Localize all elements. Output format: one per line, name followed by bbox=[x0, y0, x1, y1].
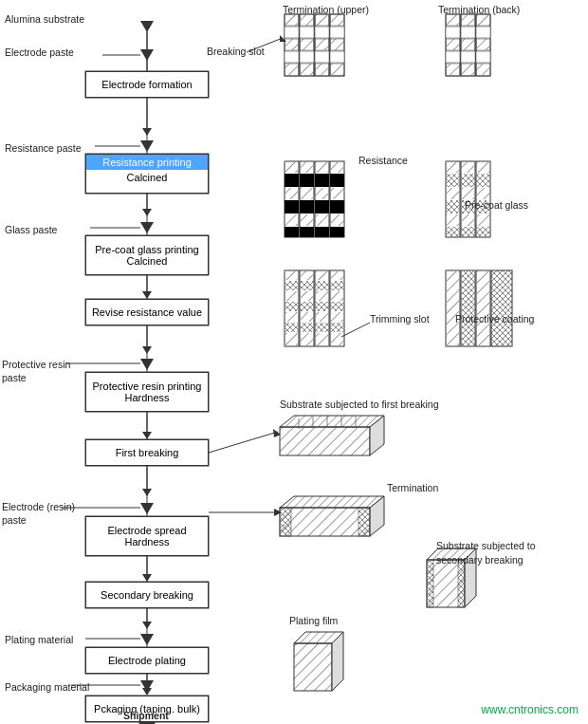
svg-rect-160 bbox=[300, 323, 314, 332]
svg-rect-198 bbox=[280, 508, 291, 536]
svg-marker-43 bbox=[142, 622, 152, 629]
svg-rect-144 bbox=[476, 214, 490, 226]
svg-rect-184 bbox=[491, 270, 512, 346]
svg-rect-61 bbox=[300, 27, 314, 38]
svg-marker-13 bbox=[142, 128, 152, 136]
svg-rect-176 bbox=[330, 323, 344, 332]
svg-rect-126 bbox=[446, 161, 460, 173]
svg-rect-91 bbox=[476, 27, 490, 38]
svg-marker-20 bbox=[140, 222, 154, 233]
svg-rect-76 bbox=[330, 64, 344, 76]
svg-rect-127 bbox=[446, 174, 460, 187]
svg-rect-129 bbox=[446, 200, 460, 213]
svg-marker-32 bbox=[142, 432, 152, 439]
electrode-resin-paste-label: Electrode (resin)paste bbox=[2, 501, 75, 527]
svg-marker-24 bbox=[142, 291, 152, 299]
electrode-formation-text: Electrode formation bbox=[101, 78, 192, 91]
svg-rect-55 bbox=[285, 27, 299, 38]
svg-marker-201 bbox=[274, 509, 282, 516]
svg-rect-158 bbox=[300, 302, 314, 311]
svg-rect-164 bbox=[315, 281, 329, 290]
svg-rect-207 bbox=[294, 643, 332, 691]
packaging-material-label: Packaging material bbox=[5, 681, 89, 693]
svg-rect-116 bbox=[315, 214, 329, 226]
termination-back-label: Termination (back) bbox=[438, 4, 520, 15]
svg-rect-106 bbox=[300, 174, 314, 187]
svg-rect-147 bbox=[285, 270, 299, 280]
svg-marker-208 bbox=[294, 632, 343, 643]
electrode-plating-text: Electrode plating bbox=[108, 655, 186, 666]
protective-resin-printing-text: Protective resin printing bbox=[93, 381, 202, 392]
svg-rect-93 bbox=[476, 51, 490, 63]
svg-rect-154 bbox=[300, 270, 314, 346]
plating-material-label: Plating material bbox=[5, 634, 73, 645]
svg-rect-83 bbox=[461, 14, 475, 76]
revise-resistance-text: Revise resistance value bbox=[92, 306, 202, 318]
svg-rect-78 bbox=[446, 14, 460, 26]
first-breaking-box: First breaking bbox=[85, 439, 209, 466]
svg-rect-94 bbox=[476, 64, 490, 76]
svg-rect-131 bbox=[446, 227, 460, 237]
svg-rect-199 bbox=[358, 508, 370, 536]
svg-rect-108 bbox=[300, 200, 314, 213]
precoat-glass-printing-text: Pre-coat glass printing bbox=[95, 244, 198, 255]
svg-rect-165 bbox=[315, 291, 329, 301]
svg-rect-98 bbox=[285, 161, 299, 173]
svg-rect-137 bbox=[461, 214, 475, 226]
glass-paste-label: Glass paste bbox=[5, 224, 57, 235]
svg-rect-71 bbox=[330, 14, 344, 76]
svg-rect-175 bbox=[330, 312, 344, 322]
substrate-first-label: Substrate subjected to first breaking bbox=[280, 399, 439, 410]
svg-rect-117 bbox=[315, 227, 329, 237]
svg-rect-53 bbox=[285, 14, 299, 76]
trimming-slot-label: Trimming slot bbox=[370, 313, 430, 325]
svg-rect-80 bbox=[446, 39, 460, 50]
svg-line-210 bbox=[341, 323, 370, 337]
svg-rect-155 bbox=[300, 270, 314, 280]
svg-rect-59 bbox=[300, 14, 314, 76]
svg-marker-194 bbox=[273, 429, 281, 437]
termination-label: Termination bbox=[387, 482, 438, 493]
svg-marker-35 bbox=[142, 489, 152, 496]
svg-rect-135 bbox=[461, 188, 475, 199]
svg-rect-179 bbox=[446, 270, 460, 346]
svg-rect-85 bbox=[461, 27, 475, 38]
svg-rect-90 bbox=[476, 14, 490, 26]
svg-rect-66 bbox=[315, 14, 329, 26]
svg-rect-65 bbox=[315, 14, 329, 76]
svg-rect-111 bbox=[315, 161, 329, 237]
svg-rect-70 bbox=[315, 64, 329, 76]
process-diagram: Alumina substrate Electrode paste Electr… bbox=[0, 0, 588, 724]
svg-marker-19 bbox=[142, 209, 152, 216]
svg-rect-140 bbox=[476, 161, 490, 173]
svg-marker-209 bbox=[332, 632, 343, 691]
resistance-printing-box: Resistance printing Calcined bbox=[85, 154, 209, 194]
svg-rect-195 bbox=[280, 508, 370, 536]
svg-marker-48 bbox=[142, 688, 152, 696]
svg-rect-182 bbox=[476, 270, 490, 346]
first-breaking-text: First breaking bbox=[116, 447, 179, 458]
svg-marker-7 bbox=[140, 21, 154, 32]
calcined2-text: Calcined bbox=[127, 255, 168, 267]
svg-rect-170 bbox=[330, 270, 344, 346]
svg-rect-166 bbox=[315, 302, 329, 311]
svg-rect-103 bbox=[285, 227, 299, 237]
resistance-paste-label: Resistance paste bbox=[5, 142, 82, 154]
svg-rect-120 bbox=[330, 174, 344, 187]
electrode-paste-label: Electrode paste bbox=[5, 46, 74, 58]
svg-rect-113 bbox=[315, 174, 329, 187]
svg-rect-169 bbox=[315, 333, 329, 346]
secondary-breaking-box: Secondary breaking bbox=[85, 582, 209, 608]
svg-rect-177 bbox=[330, 333, 344, 346]
svg-rect-114 bbox=[315, 188, 329, 199]
svg-rect-87 bbox=[461, 51, 475, 63]
svg-rect-101 bbox=[285, 200, 299, 213]
watermark: www.cntronics.com bbox=[481, 703, 579, 716]
svg-rect-138 bbox=[461, 227, 475, 237]
svg-rect-100 bbox=[285, 188, 299, 199]
svg-rect-180 bbox=[461, 270, 475, 346]
svg-rect-156 bbox=[300, 281, 314, 290]
svg-rect-88 bbox=[461, 64, 475, 76]
svg-rect-148 bbox=[285, 281, 299, 290]
svg-rect-62 bbox=[300, 39, 314, 50]
